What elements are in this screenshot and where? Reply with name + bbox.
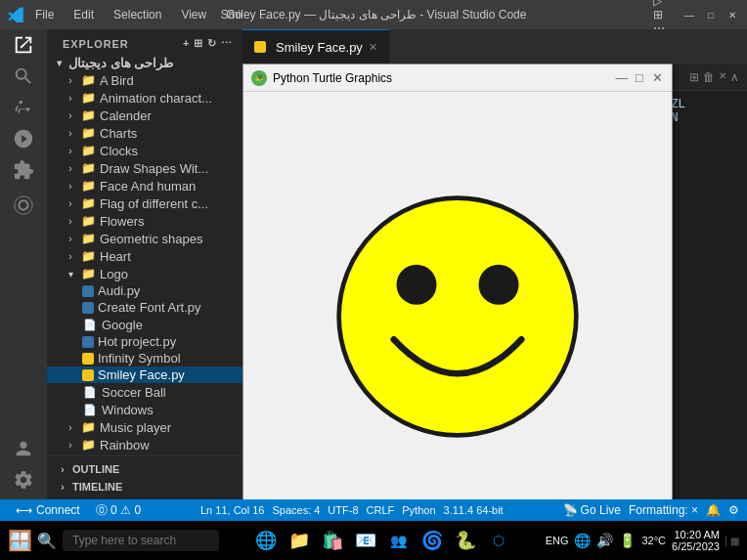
taskbar-lang: ENG <box>546 535 569 546</box>
tree-item-audi[interactable]: Audi.py <box>47 282 242 299</box>
tree-item-google[interactable]: 📄 Google <box>47 316 242 333</box>
new-folder-icon[interactable]: ⊞ <box>194 37 203 50</box>
tree-item-hotproject[interactable]: Hot project.py <box>47 333 242 350</box>
settings-icon[interactable] <box>12 468 35 492</box>
tree-item-soccerball[interactable]: 📄 Soccer Ball <box>47 383 242 401</box>
tree-item-animation[interactable]: Animation charact... <box>47 89 242 107</box>
tree-item-rainbow[interactable]: Rainbow <box>47 436 242 453</box>
taskbar-app-edge[interactable]: 🌐 <box>250 525 282 556</box>
rainbow-chevron <box>63 437 78 452</box>
tree-root[interactable]: طراحی های دیجیتال <box>47 54 242 71</box>
tree-item-drawshapes[interactable]: Draw Shapes Wit... <box>47 159 242 177</box>
tree-item-clocks[interactable]: Clocks <box>47 142 242 159</box>
volume-icon[interactable]: 🔊 <box>596 533 613 548</box>
show-desktop-button[interactable]: ▦ <box>725 536 739 546</box>
tree-item-logo[interactable]: Logo <box>47 265 242 282</box>
taskbar-app-explorer[interactable]: 📁 <box>284 525 315 556</box>
outline-section[interactable]: OUTLINE <box>47 460 242 478</box>
battery-icon[interactable]: 🔋 <box>619 533 636 548</box>
taskbar-app-store[interactable]: 🛍️ <box>317 525 348 556</box>
music-label: Music player <box>100 420 171 435</box>
terminal-close-icon[interactable]: ✕ <box>719 70 726 84</box>
turtle-maximize-button[interactable]: □ <box>633 71 646 85</box>
tab-close-icon[interactable]: ✕ <box>369 41 377 54</box>
tree-item-face[interactable]: Face And human <box>47 177 242 194</box>
window-title: Smiley Face.py — طراحی های دیجیتال - Vis… <box>221 8 527 22</box>
trash-icon[interactable]: 🗑 <box>703 70 715 84</box>
network-icon[interactable]: 🌐 <box>574 533 591 548</box>
taskbar-app-teams[interactable]: 👥 <box>383 525 415 556</box>
root-label: طراحی های دیجیتال <box>68 56 173 70</box>
menu-file[interactable]: File <box>31 6 58 23</box>
taskbar: 🪟 🔍 🌐 📁 🛍️ 📧 👥 🌀 🐍 ⬡ ENG 🌐 🔊 🔋 32°C 10:2… <box>0 521 747 560</box>
taskbar-app-mail[interactable]: 📧 <box>350 525 381 556</box>
extensions-icon[interactable] <box>12 158 35 182</box>
ai-icon[interactable] <box>12 194 35 217</box>
menu-edit[interactable]: Edit <box>69 6 98 23</box>
explorer-icon[interactable] <box>12 33 35 57</box>
windows-start-button[interactable]: 🪟 <box>8 529 31 552</box>
taskbar-search-input[interactable] <box>63 530 219 551</box>
notification-icon[interactable]: 🔔 <box>706 503 721 517</box>
formatting-label[interactable]: Formatting: × <box>629 503 698 517</box>
clocks-chevron <box>63 143 78 158</box>
connect-label: Connect <box>36 503 80 517</box>
tree-item-windows[interactable]: 📄 Windows <box>47 401 242 418</box>
tree-item-calender[interactable]: Calender <box>47 107 242 124</box>
editor-area: Smiley Face.py ✕ <box>242 29 747 499</box>
python-version[interactable]: 3.11.4 64-bit <box>444 504 504 516</box>
tree-item-charts[interactable]: Charts <box>47 124 242 142</box>
new-file-icon[interactable]: + <box>183 37 190 50</box>
tree-item-heart[interactable]: Heart <box>47 247 242 265</box>
taskbar-app-chrome[interactable]: 🌀 <box>417 525 448 556</box>
terminal-expand-icon[interactable]: ∧ <box>730 70 739 84</box>
calender-label: Calender <box>100 108 152 123</box>
face-label: Face And human <box>100 179 196 194</box>
remote-button[interactable]: ⟷ Connect <box>8 499 88 521</box>
account-icon[interactable] <box>12 437 35 460</box>
smiley-file-icon <box>82 369 94 381</box>
logo-chevron <box>63 266 78 281</box>
abird-chevron <box>63 72 78 88</box>
tree-item-flowers[interactable]: Flowers <box>47 212 242 230</box>
turtle-close-button[interactable]: ✕ <box>650 71 664 85</box>
language-mode[interactable]: Python <box>402 504 435 516</box>
cursor-position[interactable]: Ln 11, Col 16 <box>200 504 264 516</box>
taskbar-app-vscode[interactable]: ⬡ <box>483 525 514 556</box>
timeline-chevron <box>55 479 70 495</box>
tree-item-flag[interactable]: Flag of different c... <box>47 194 242 212</box>
timeline-section[interactable]: TIMELINE <box>47 478 242 495</box>
animation-folder-icon <box>80 90 96 106</box>
tree-item-geom[interactable]: Geometric shapes <box>47 230 242 247</box>
close-button[interactable]: ✕ <box>725 8 739 22</box>
split-terminal-icon[interactable]: ⊞ <box>689 70 699 84</box>
tree-item-smiley[interactable]: Smiley Face.py <box>47 366 242 383</box>
collapse-icon[interactable]: ⋯ <box>221 37 233 50</box>
run-controls[interactable]: ▷ ⊞ ⋯ <box>653 8 667 22</box>
encoding[interactable]: UTF-8 <box>328 504 358 516</box>
menu-view[interactable]: View <box>177 6 210 23</box>
taskbar-search-icon[interactable]: 🔍 <box>35 529 59 552</box>
taskbar-app-python[interactable]: 🐍 <box>450 525 481 556</box>
clocks-folder-icon <box>80 143 96 158</box>
golive-button[interactable]: 📡 Go Live <box>563 503 621 517</box>
statusbar-settings-icon[interactable]: ⚙ <box>728 503 739 517</box>
tree-item-abird[interactable]: A Bird <box>47 71 242 89</box>
errors-warnings[interactable]: ⓪ 0 ⚠ 0 <box>96 502 141 519</box>
run-debug-icon[interactable] <box>12 127 35 151</box>
tree-item-createfont[interactable]: Create Font Art.py <box>47 299 242 316</box>
line-ending[interactable]: CRLF <box>367 504 395 516</box>
source-control-icon[interactable] <box>12 96 35 119</box>
tree-item-infinity[interactable]: Infinity Symbol <box>47 350 242 366</box>
calender-folder-icon <box>80 108 96 123</box>
turtle-minimize-button[interactable]: — <box>615 71 629 85</box>
refresh-icon[interactable]: ↻ <box>207 37 217 50</box>
tab-smileyface[interactable]: Smiley Face.py ✕ <box>242 29 389 64</box>
spaces[interactable]: Spaces: 4 <box>272 504 320 516</box>
menu-selection[interactable]: Selection <box>110 6 165 23</box>
maximize-button[interactable]: □ <box>704 8 718 22</box>
tree-item-musicplayer[interactable]: Music player <box>47 418 242 436</box>
search-icon[interactable] <box>12 65 35 88</box>
taskbar-left: 🪟 🔍 <box>8 529 219 552</box>
minimize-button[interactable]: — <box>682 8 696 22</box>
